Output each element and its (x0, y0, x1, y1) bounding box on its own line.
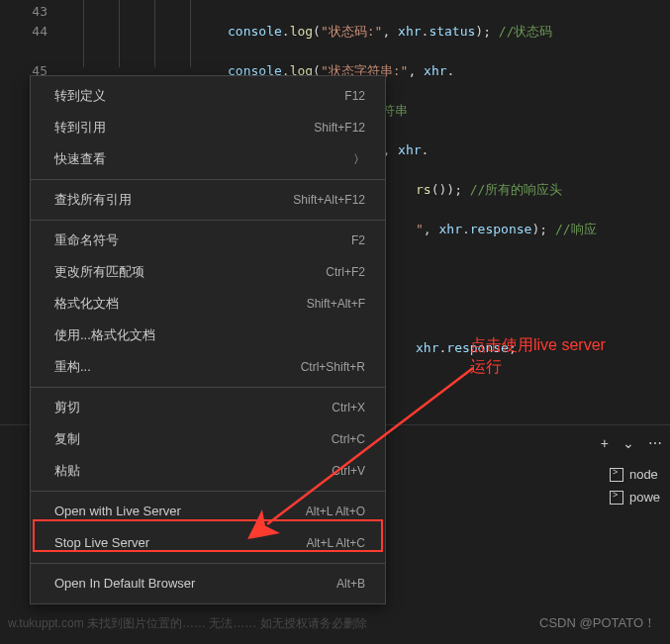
menu-refactor[interactable]: 重构...Ctrl+Shift+R (31, 351, 385, 383)
menu-goto-references[interactable]: 转到引用Shift+F12 (31, 112, 385, 143)
menu-open-in-default-browser[interactable]: Open In Default BrowserAlt+B (31, 568, 385, 599)
indent-guide (83, 0, 84, 67)
menu-open-with-live-server[interactable]: Open with Live ServerAlt+L Alt+O (31, 496, 385, 527)
menu-separator (31, 387, 385, 388)
new-terminal-button[interactable]: + (601, 435, 609, 451)
menu-stop-live-server[interactable]: Stop Live ServerAlt+L Alt+C (31, 527, 385, 559)
chevron-down-icon[interactable]: ⌄ (622, 435, 634, 451)
indent-guide (190, 0, 191, 67)
menu-find-all-references[interactable]: 查找所有引用Shift+Alt+F12 (31, 184, 385, 216)
chevron-right-icon: 〉 (353, 148, 365, 170)
menu-separator (31, 220, 385, 221)
terminal-icon (610, 468, 623, 482)
menu-paste[interactable]: 粘贴Ctrl+V (31, 455, 385, 487)
menu-format-with[interactable]: 使用...格式化文档 (31, 320, 385, 351)
line-number: 44 (0, 22, 69, 42)
menu-rename-symbol[interactable]: 重命名符号F2 (31, 225, 385, 256)
more-icon[interactable]: ⋯ (648, 435, 662, 451)
terminal-tabs: node powe (600, 463, 670, 508)
menu-peek[interactable]: 快速查看〉 (31, 143, 385, 175)
terminal-icon (610, 491, 623, 505)
indent-guide (154, 0, 155, 67)
watermark-text: CSDN @POTATO！ (539, 614, 656, 632)
watermark-text-left: w.tukuppt.com 未找到图片位置的…… 无法…… 如无授权请务必删除 (8, 615, 367, 632)
menu-format-document[interactable]: 格式化文档Shift+Alt+F (31, 288, 385, 320)
menu-separator (31, 491, 385, 492)
menu-cut[interactable]: 剪切Ctrl+X (31, 392, 385, 423)
context-menu: 转到定义F12 转到引用Shift+F12 快速查看〉 查找所有引用Shift+… (30, 75, 386, 604)
menu-change-all-occurrences[interactable]: 更改所有匹配项Ctrl+F2 (31, 256, 385, 288)
menu-copy[interactable]: 复制Ctrl+C (31, 423, 385, 455)
annotation-text: 点击使用live server 运行 (470, 334, 606, 378)
line-number: 43 (0, 2, 69, 22)
terminal-tab-powershell[interactable]: powe (600, 486, 670, 508)
menu-goto-definition[interactable]: 转到定义F12 (31, 80, 385, 112)
terminal-tab-node[interactable]: node (600, 463, 670, 486)
indent-guide (119, 0, 120, 67)
menu-separator (31, 563, 385, 564)
menu-separator (31, 179, 385, 180)
